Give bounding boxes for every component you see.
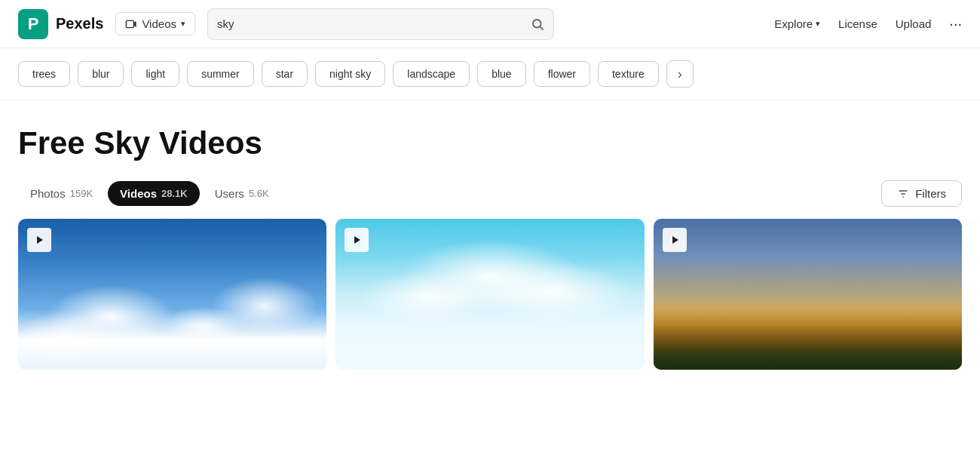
tag-texture[interactable]: texture xyxy=(598,61,659,87)
search-input[interactable]: sky xyxy=(217,17,531,30)
license-link[interactable]: License xyxy=(838,17,877,30)
chevron-down-icon: ▾ xyxy=(816,19,820,29)
page-title: Free Sky Videos xyxy=(18,124,962,162)
tags-row: trees blur light summer star night sky l… xyxy=(0,48,980,100)
play-button-3[interactable] xyxy=(663,228,687,252)
video-icon xyxy=(125,18,137,30)
media-type-label: Videos xyxy=(142,17,176,30)
play-icon xyxy=(35,235,44,244)
page-title-section: Free Sky Videos xyxy=(0,100,980,174)
search-button[interactable] xyxy=(531,17,544,31)
filters-button[interactable]: Filters xyxy=(881,180,962,207)
tag-night-sky[interactable]: night sky xyxy=(315,61,385,87)
video-thumbnail-2 xyxy=(335,219,644,370)
tag-summer[interactable]: summer xyxy=(187,61,254,87)
tab-users[interactable]: Users 5.6K xyxy=(203,181,281,206)
header-nav: Explore ▾ License Upload ··· xyxy=(774,15,962,32)
tag-trees[interactable]: trees xyxy=(18,61,70,87)
video-grid xyxy=(0,219,980,388)
play-button-1[interactable] xyxy=(27,228,51,252)
upload-link[interactable]: Upload xyxy=(896,17,932,30)
svg-marker-8 xyxy=(354,236,360,244)
tag-star[interactable]: star xyxy=(262,61,308,87)
filter-icon xyxy=(897,188,909,200)
svg-marker-7 xyxy=(37,236,43,244)
svg-rect-0 xyxy=(127,20,134,27)
tag-blue[interactable]: blue xyxy=(477,61,525,87)
search-icon xyxy=(531,17,544,31)
tag-flower[interactable]: flower xyxy=(534,61,590,87)
search-bar: sky xyxy=(207,8,554,40)
tag-blur[interactable]: blur xyxy=(78,61,124,87)
logo-text: Pexels xyxy=(56,15,103,32)
video-thumb-1[interactable] xyxy=(18,219,326,370)
logo-icon: P xyxy=(18,9,48,39)
chevron-down-icon: ▾ xyxy=(181,19,185,29)
logo-link[interactable]: P Pexels xyxy=(18,9,103,39)
tags-next-button[interactable]: › xyxy=(666,60,694,88)
video-thumb-3[interactable] xyxy=(654,219,962,370)
media-type-selector[interactable]: Videos ▾ xyxy=(115,12,195,35)
more-options-button[interactable]: ··· xyxy=(949,15,962,32)
filter-bar: Photos 159K Videos 28.1K Users 5.6K Filt… xyxy=(0,174,980,219)
svg-line-3 xyxy=(540,26,543,29)
explore-link[interactable]: Explore ▾ xyxy=(774,17,820,30)
video-thumbnail-1 xyxy=(18,219,326,370)
tab-videos[interactable]: Videos 28.1K xyxy=(108,181,200,206)
video-thumb-2[interactable] xyxy=(335,219,644,370)
play-button-2[interactable] xyxy=(345,228,369,252)
arrow-right-icon: › xyxy=(678,66,682,82)
svg-point-2 xyxy=(533,20,541,28)
video-thumbnail-3 xyxy=(654,219,962,370)
svg-marker-9 xyxy=(672,236,678,244)
tag-landscape[interactable]: landscape xyxy=(393,61,470,87)
play-icon xyxy=(352,235,361,244)
header: P Pexels Videos ▾ sky Explore ▾ License … xyxy=(0,0,980,48)
tag-light[interactable]: light xyxy=(131,61,179,87)
tab-photos[interactable]: Photos 159K xyxy=(18,181,105,206)
play-icon xyxy=(670,235,679,244)
